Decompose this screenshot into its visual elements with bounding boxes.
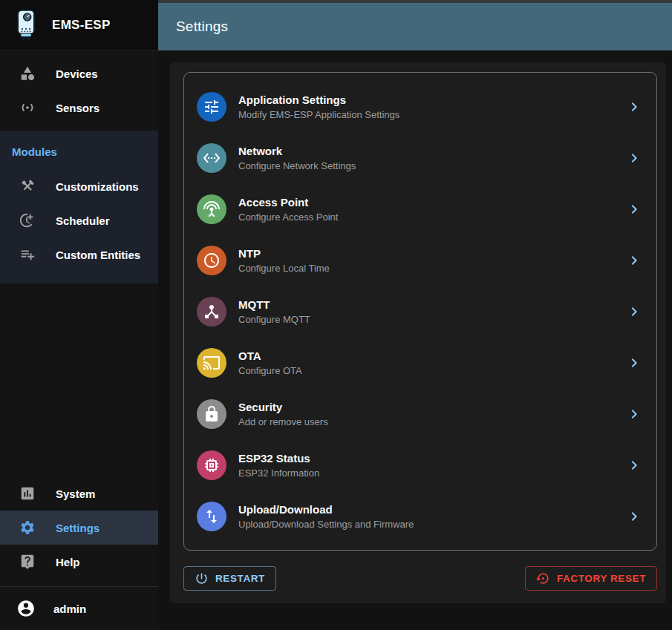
page-title: Settings	[176, 19, 228, 35]
list-item-security[interactable]: Security Add or remove users	[184, 388, 656, 439]
sensors-icon	[19, 99, 36, 116]
account-circle-icon	[16, 599, 36, 618]
sidebar-header: EMS-ESP	[0, 0, 158, 50]
sidebar-item-label: Help	[56, 556, 80, 568]
list-item-title: ESP32 Status	[238, 452, 319, 465]
settings-card: Application Settings Modify EMS-ESP Appl…	[170, 62, 666, 603]
list-item-subtitle: Modify EMS-ESP Application Settings	[238, 109, 399, 120]
list-item-title: Security	[238, 401, 328, 413]
gear-icon	[19, 519, 36, 536]
list-item-text: Network Configure Network Settings	[238, 145, 356, 171]
list-item-text: Access Point Configure Access Point	[238, 196, 338, 223]
sidebar-main-nav: Devices Sensors	[0, 50, 158, 125]
sidebar-item-help[interactable]: Help	[0, 545, 158, 579]
more-time-icon	[19, 212, 36, 229]
sidebar-item-label: Custom Entities	[56, 249, 140, 261]
sidebar-item-sensors[interactable]: Sensors	[0, 91, 158, 125]
action-buttons-row: RESTART FACTORY RESET	[183, 566, 657, 591]
modules-section-title: Modules	[0, 131, 158, 169]
sidebar-item-label: Sensors	[56, 102, 100, 114]
list-item-title: NTP	[238, 247, 330, 260]
power-icon	[195, 571, 209, 585]
construction-icon	[19, 178, 36, 194]
sidebar-item-label: Devices	[56, 68, 98, 80]
content: Application Settings Modify EMS-ESP Appl…	[158, 50, 672, 630]
lock-icon	[197, 399, 226, 429]
sidebar: EMS-ESP Devices Sensors Modules	[0, 0, 158, 630]
sidebar-item-label: System	[56, 488, 95, 500]
list-item-text: OTA Configure OTA	[238, 350, 302, 376]
main-area: Settings Application Settings Modify EMS…	[158, 0, 672, 630]
chevron-right-icon	[625, 354, 643, 372]
list-item-ntp[interactable]: NTP Configure Local Time	[184, 234, 656, 286]
factory-reset-button[interactable]: FACTORY RESET	[525, 566, 657, 591]
sidebar-modules-section: Modules Customizations Scheduler	[0, 131, 158, 283]
list-item-application-settings[interactable]: Application Settings Modify EMS-ESP Appl…	[184, 81, 656, 132]
chevron-right-icon	[625, 200, 643, 218]
list-item-text: ESP32 Status ESP32 Information	[238, 452, 319, 479]
cast-icon	[197, 348, 226, 378]
sidebar-item-label: Settings	[56, 522, 100, 534]
list-item-text: NTP Configure Local Time	[238, 247, 330, 274]
import-export-icon	[197, 502, 226, 531]
list-item-text: MQTT Configure MQTT	[238, 298, 310, 325]
live-help-icon	[19, 554, 36, 570]
analytics-icon	[19, 485, 36, 502]
list-item-access-point[interactable]: Access Point Configure Access Point	[184, 183, 656, 234]
sidebar-item-custom-entities[interactable]: Custom Entities	[0, 237, 158, 272]
backup-restore-icon	[536, 571, 550, 585]
boiler-logo-icon	[13, 9, 39, 42]
restart-button-label: RESTART	[215, 573, 265, 584]
user-label: admin	[53, 603, 86, 615]
sidebar-item-customizations[interactable]: Customizations	[0, 169, 158, 203]
list-item-title: OTA	[238, 350, 302, 362]
list-item-network[interactable]: Network Configure Network Settings	[184, 132, 656, 183]
chevron-right-icon	[625, 508, 643, 525]
antenna-icon	[197, 194, 226, 224]
chevron-right-icon	[625, 405, 643, 423]
sidebar-bottom-nav: System Settings Help admin	[0, 476, 158, 630]
tune-icon	[197, 92, 226, 122]
sidebar-item-label: Scheduler	[56, 214, 110, 227]
chevron-right-icon	[625, 303, 643, 321]
list-item-upload-download[interactable]: Upload/Download Upload/Download Settings…	[184, 490, 656, 542]
restart-button[interactable]: RESTART	[183, 566, 276, 591]
list-item-subtitle: Configure MQTT	[238, 314, 310, 325]
sidebar-item-scheduler[interactable]: Scheduler	[0, 203, 158, 237]
sidebar-item-settings[interactable]: Settings	[0, 511, 158, 545]
list-item-subtitle: Configure Network Settings	[238, 160, 356, 171]
sidebar-item-system[interactable]: System	[0, 476, 158, 511]
chevron-right-icon	[625, 252, 643, 269]
list-item-title: Application Settings	[238, 93, 399, 106]
list-item-title: Upload/Download	[238, 503, 414, 516]
ems-esp-app: EMS-ESP Devices Sensors Modules	[0, 0, 672, 630]
app-bar: Settings	[158, 3, 672, 50]
sidebar-item-devices[interactable]: Devices	[0, 56, 158, 91]
chevron-right-icon	[625, 98, 643, 116]
list-item-subtitle: Configure OTA	[238, 365, 302, 376]
factory-reset-button-label: FACTORY RESET	[557, 573, 646, 584]
list-item-ota[interactable]: OTA Configure OTA	[184, 337, 656, 388]
list-item-title: Access Point	[238, 196, 338, 209]
device-hub-icon	[197, 297, 226, 327]
chevron-right-icon	[625, 149, 643, 167]
list-item-esp32-status[interactable]: ESP32 Status ESP32 Information	[184, 439, 656, 490]
list-item-title: MQTT	[238, 298, 310, 311]
sidebar-item-label: Customizations	[56, 180, 139, 193]
settings-list: Application Settings Modify EMS-ESP Appl…	[183, 72, 657, 551]
list-item-subtitle: Upload/Download Settings and Firmware	[238, 519, 414, 530]
list-item-mqtt[interactable]: MQTT Configure MQTT	[184, 286, 656, 337]
memory-chip-icon	[197, 450, 226, 480]
category-icon	[19, 65, 36, 82]
app-title: EMS-ESP	[52, 18, 111, 33]
list-item-text: Application Settings Modify EMS-ESP Appl…	[238, 93, 399, 120]
user-menu-admin[interactable]: admin	[0, 587, 158, 630]
playlist-add-icon	[19, 246, 36, 263]
list-item-subtitle: ESP32 Information	[238, 467, 319, 479]
list-item-subtitle: Configure Access Point	[238, 211, 338, 223]
list-item-subtitle: Add or remove users	[238, 416, 328, 427]
list-item-title: Network	[238, 145, 356, 157]
list-item-subtitle: Configure Local Time	[238, 263, 330, 274]
chevron-right-icon	[625, 456, 643, 474]
list-item-text: Security Add or remove users	[238, 401, 328, 427]
